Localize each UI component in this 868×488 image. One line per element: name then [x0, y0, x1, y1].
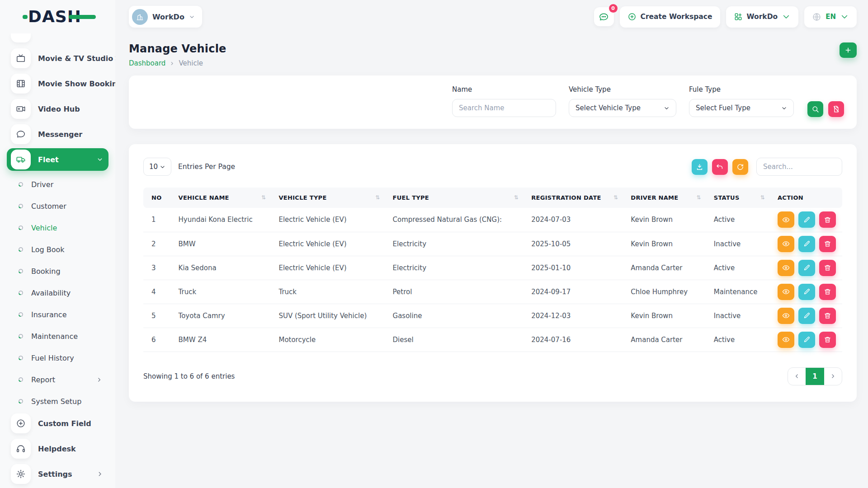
eye-icon — [782, 288, 790, 296]
table-header-row: NOVEHICLE NAME⇅VEHICLE TYPE⇅FUEL TYPE⇅RE… — [143, 188, 842, 208]
sidebar-item-report[interactable]: Report — [7, 369, 108, 390]
export-button[interactable] — [692, 159, 708, 175]
column-header-status[interactable]: STATUS⇅ — [708, 188, 771, 208]
pagination-prev-button[interactable] — [788, 368, 806, 385]
sidebar-item-booking[interactable]: Booking — [7, 260, 108, 282]
plus-circle-icon — [627, 12, 637, 21]
sort-icon: ⇅ — [375, 194, 380, 201]
cell-no: 5 — [143, 304, 172, 328]
sidebar-subitem-label: Report — [31, 375, 96, 384]
column-header-vehicle-type[interactable]: VEHICLE TYPE⇅ — [272, 188, 386, 208]
edit-button[interactable] — [798, 236, 815, 252]
submenu-bullet-icon — [18, 399, 24, 404]
table-search-input[interactable] — [756, 158, 842, 176]
topbar: WorkDo 0 Create Workspace WorkDo — [115, 0, 868, 33]
edit-button[interactable] — [798, 308, 815, 324]
apply-filter-button[interactable] — [807, 101, 823, 117]
chevron-right-icon — [96, 377, 102, 383]
view-button[interactable] — [778, 284, 794, 300]
delete-button[interactable] — [819, 332, 836, 348]
reset-filter-button[interactable] — [828, 101, 844, 117]
edit-button[interactable] — [798, 260, 815, 276]
sidebar-item-customer[interactable]: Customer — [7, 195, 108, 217]
submenu-bullet-icon — [18, 377, 24, 382]
logo-dot-accent — [23, 15, 28, 19]
cell-vehicle-name: BMW Z4 — [172, 328, 273, 352]
view-button[interactable] — [778, 308, 794, 324]
column-header-driver-name[interactable]: DRIVER NAME⇅ — [624, 188, 707, 208]
vehicle-type-select[interactable]: Select Vehicle Type — [569, 99, 676, 117]
chat-bubble-icon — [11, 124, 31, 144]
cell-vehicle-name: Toyota Camry — [172, 304, 273, 328]
grid-plus-icon — [734, 12, 743, 21]
sidebar-item-vehicle[interactable]: Vehicle — [7, 217, 108, 239]
delete-button[interactable] — [819, 284, 836, 300]
edit-button[interactable] — [798, 332, 815, 348]
chat-button[interactable]: 0 — [594, 7, 614, 26]
filter-card: Name Vehicle Type Select Vehicle Type Fu… — [129, 75, 857, 129]
column-header-no: NO — [143, 188, 172, 208]
sidebar-item-availability[interactable]: Availability — [7, 282, 108, 304]
view-button[interactable] — [778, 260, 794, 276]
sidebar-item-insurance[interactable]: Insurance — [7, 304, 108, 325]
sidebar-item-video-hub[interactable]: Video Hub — [7, 98, 108, 120]
pagination-next-button[interactable] — [824, 368, 842, 385]
breadcrumb-dashboard-link[interactable]: Dashboard — [129, 59, 165, 67]
sidebar-item-helpdesk[interactable]: Helpdesk — [7, 437, 108, 460]
cell-registration-date: 2024-07-16 — [525, 328, 624, 352]
edit-button[interactable] — [798, 211, 815, 228]
app-logo[interactable]: DASH — [0, 0, 115, 33]
reset-filter-icon — [832, 105, 840, 113]
name-search-input[interactable] — [452, 99, 556, 117]
create-workspace-button[interactable]: Create Workspace — [620, 6, 720, 28]
cell-status: Maintenance — [708, 280, 771, 304]
sidebar-item-system-setup[interactable]: System Setup — [7, 390, 108, 412]
pagination-page-1[interactable]: 1 — [806, 368, 824, 385]
chevron-down-icon — [97, 156, 103, 163]
workspace-switcher[interactable]: WorkDo — [129, 6, 202, 28]
undo-button[interactable] — [712, 159, 728, 175]
sidebar-item-custom-field[interactable]: Custom Field — [7, 412, 108, 435]
trash-icon — [824, 336, 831, 343]
cell-actions — [771, 208, 842, 232]
column-header-registration-date[interactable]: REGISTRATION DATE⇅ — [525, 188, 624, 208]
app-root: DASH Movie & TV StudioMovie Show Booking… — [0, 0, 868, 488]
delete-button[interactable] — [819, 260, 836, 276]
breadcrumb: Dashboard Vehicle — [129, 59, 226, 67]
submenu-bullet-icon — [18, 333, 24, 339]
sidebar-item-messenger[interactable]: Messenger — [7, 123, 108, 145]
view-button[interactable] — [778, 236, 794, 252]
truck-icon — [11, 150, 31, 169]
tv-icon — [11, 48, 31, 68]
add-vehicle-button[interactable] — [840, 42, 857, 58]
sidebar-item-movie-show-booking[interactable]: Movie Show Booking — [7, 72, 108, 95]
fuel-type-select[interactable]: Select Fuel Type — [689, 99, 794, 117]
refresh-button[interactable] — [732, 159, 748, 175]
sidebar-item-fuel-history[interactable]: Fuel History — [7, 347, 108, 369]
table-row: 4TruckTruckPetrol2024-09-17Chloe Humphre… — [143, 280, 842, 304]
delete-button[interactable] — [819, 211, 836, 228]
sort-icon: ⇅ — [760, 194, 765, 201]
cell-registration-date: 2024-09-17 — [525, 280, 624, 304]
workdo-apps-button[interactable]: WorkDo — [726, 6, 799, 28]
sidebar-item-fleet[interactable]: Fleet — [7, 148, 108, 171]
sidebar-item-maintenance[interactable]: Maintenance — [7, 325, 108, 347]
column-header-fuel-type[interactable]: FUEL TYPE⇅ — [387, 188, 525, 208]
cell-vehicle-type: SUV (Sport Utility Vehicle) — [272, 304, 386, 328]
delete-button[interactable] — [819, 236, 836, 252]
workspace-avatar — [132, 9, 148, 25]
sidebar-item-settings[interactable]: Settings — [7, 463, 108, 485]
sidebar-item-driver[interactable]: Driver — [7, 174, 108, 195]
language-selector[interactable]: EN — [804, 6, 857, 28]
delete-button[interactable] — [819, 308, 836, 324]
view-button[interactable] — [778, 332, 794, 348]
column-header-vehicle-name[interactable]: VEHICLE NAME⇅ — [172, 188, 273, 208]
entries-per-page-select[interactable]: 10 — [143, 158, 171, 176]
sidebar-item-movie-and-tv-studio[interactable]: Movie & TV Studio — [7, 47, 108, 70]
edit-button[interactable] — [798, 284, 815, 300]
create-workspace-label: Create Workspace — [641, 13, 712, 21]
sidebar-item-log-book[interactable]: Log Book — [7, 239, 108, 260]
view-button[interactable] — [778, 211, 794, 228]
sidebar-subitem-label: System Setup — [31, 397, 108, 406]
trash-icon — [824, 264, 831, 272]
